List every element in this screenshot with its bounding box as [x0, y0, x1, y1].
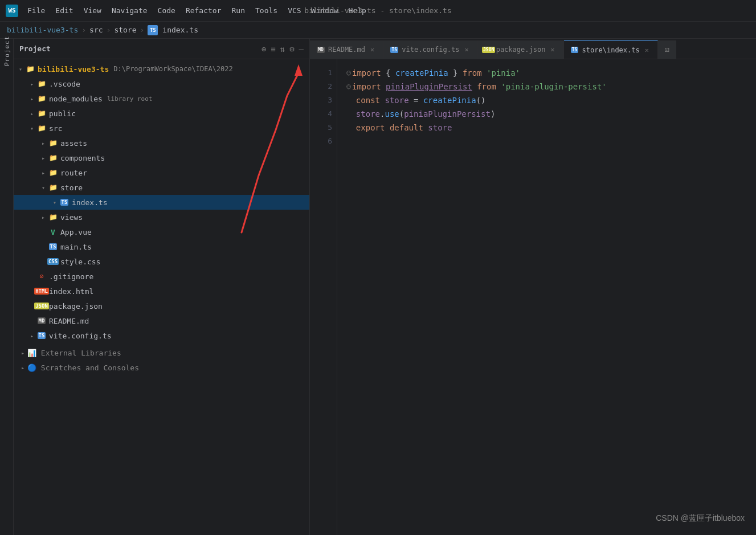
- code-line-1: ○ import { createPinia } from 'pinia': [346, 66, 747, 80]
- folder-icon-assets: 📁: [48, 138, 58, 148]
- menu-run[interactable]: Run: [227, 4, 250, 17]
- chevron-scratches: [18, 363, 27, 372]
- label-vscode: .vscode: [49, 80, 80, 88]
- kw-import-1: import: [352, 66, 381, 80]
- menu-code[interactable]: Code: [153, 4, 180, 17]
- project-panel: Project ⊕ ≡ ⇅ ⚙ — 📁 bilibili-vue3-ts D:\…: [14, 39, 310, 535]
- menu-refactor[interactable]: Refactor: [181, 4, 226, 17]
- label-package-json: package.json: [49, 302, 103, 311]
- tree-index-html[interactable]: HTML index.html: [14, 284, 309, 299]
- label-components: components: [60, 154, 105, 162]
- tree-components[interactable]: 📁 components: [14, 150, 309, 165]
- collapse-2[interactable]: ○: [346, 84, 351, 89]
- tab-readme[interactable]: MD README.md ✕: [310, 40, 383, 59]
- tab-vite-config[interactable]: TS vite.config.ts ✕: [383, 40, 477, 59]
- breadcrumb-store[interactable]: store: [114, 26, 136, 34]
- breadcrumb-file[interactable]: index.ts: [162, 26, 198, 34]
- code-line-2: ○ import piniaPluginPersist from 'pinia-…: [346, 80, 747, 93]
- folder-icon-root: 📁: [25, 64, 35, 74]
- label-assets: assets: [60, 139, 87, 148]
- breadcrumb-file-icon: TS: [148, 25, 158, 35]
- panel-minimize-icon[interactable]: —: [299, 44, 304, 54]
- label-node-modules: node_modules: [49, 95, 103, 103]
- tree-index-ts[interactable]: TS index.ts: [14, 195, 309, 210]
- breadcrumb-sep2: ›: [107, 26, 111, 34]
- panel-title: Project: [19, 44, 257, 53]
- tree-external-libraries[interactable]: 📊 External Libraries: [14, 345, 309, 360]
- tree-scratches[interactable]: 🔵 Scratches and Consoles: [14, 360, 309, 375]
- menu-file[interactable]: File: [23, 4, 50, 17]
- chevron-router: [39, 168, 48, 177]
- git-file-icon: ⊘: [36, 271, 47, 281]
- ts-file-icon: TS: [59, 197, 70, 207]
- menu-navigate[interactable]: Navigate: [107, 4, 152, 17]
- panel-collapse-icon[interactable]: ≡: [271, 44, 275, 54]
- tree-router[interactable]: 📁 router: [14, 165, 309, 180]
- breadcrumb-project[interactable]: bilibili-vue3-ts: [7, 26, 78, 34]
- tree-style-css[interactable]: CSS style.css: [14, 254, 309, 269]
- code-line-6: [346, 134, 747, 148]
- label-app-vue: App.vue: [60, 228, 92, 236]
- tree-gitignore[interactable]: ⊘ .gitignore: [14, 269, 309, 284]
- tab-more-icon: ⊡: [664, 45, 669, 54]
- tree-node-modules[interactable]: 📁 node_modules library root: [14, 91, 309, 106]
- tree-readme-md[interactable]: MD README.md: [14, 313, 309, 328]
- collapse-1[interactable]: ○: [346, 71, 351, 75]
- tab-store-index[interactable]: TS store\index.ts ✕: [564, 40, 658, 59]
- tree-package-json[interactable]: JSON package.json: [14, 299, 309, 313]
- code-content[interactable]: ○ import { createPinia } from 'pinia' ○ …: [337, 59, 756, 535]
- panel-locate-icon[interactable]: ⊕: [261, 44, 266, 54]
- tree-public[interactable]: 📁 public: [14, 106, 309, 121]
- vite-ts-icon: TS: [36, 330, 47, 341]
- label-index-html: index.html: [49, 287, 93, 296]
- menu-vcs[interactable]: VCS: [283, 4, 305, 17]
- label-views: views: [60, 213, 83, 222]
- tree-vscode[interactable]: 📁 .vscode: [14, 76, 309, 91]
- tab-vite-close[interactable]: ✕: [463, 45, 470, 54]
- label-external: 📊 External Libraries: [27, 349, 121, 357]
- tab-vite-icon: TS: [390, 46, 398, 54]
- label-readme: README.md: [49, 317, 89, 325]
- tabs-bar: MD README.md ✕ TS vite.config.ts ✕ JSON …: [310, 39, 756, 59]
- menu-tools[interactable]: Tools: [251, 4, 282, 17]
- tree-views[interactable]: 📁 views: [14, 210, 309, 224]
- panel-header: Project ⊕ ≡ ⇅ ⚙ —: [14, 39, 309, 59]
- tree-src[interactable]: 📁 src: [14, 121, 309, 136]
- tree-main-ts[interactable]: TS main.ts: [14, 239, 309, 254]
- panel-expand-icon[interactable]: ⇅: [280, 44, 285, 54]
- watermark: CSDN @蓝匣子itbluebox: [656, 513, 745, 524]
- side-icons-bar: Project: [0, 39, 14, 535]
- project-icon[interactable]: Project: [2, 46, 12, 56]
- label-store: store: [60, 183, 83, 192]
- tree-store[interactable]: 📁 store: [14, 180, 309, 195]
- menu-view[interactable]: View: [79, 4, 106, 17]
- root-label: bilibili-vue3-ts: [38, 65, 109, 73]
- tab-readme-icon: MD: [317, 46, 325, 54]
- tree-assets[interactable]: 📁 assets: [14, 136, 309, 150]
- tree-vite-config[interactable]: TS vite.config.ts: [14, 328, 309, 343]
- tab-more[interactable]: ⊡: [658, 40, 676, 59]
- label-style-css: style.css: [60, 258, 100, 266]
- label-router: router: [60, 169, 87, 177]
- editor-area: MD README.md ✕ TS vite.config.ts ✕ JSON …: [310, 39, 756, 535]
- tab-package-json[interactable]: JSON package.json ✕: [478, 40, 564, 59]
- tab-store-close[interactable]: ✕: [643, 46, 651, 55]
- chevron-assets: [39, 138, 48, 148]
- menu-edit[interactable]: Edit: [51, 4, 77, 17]
- code-editor[interactable]: 1 2 3 4 5 6 ○ import { createPinia } fro…: [310, 59, 756, 535]
- folder-icon-store: 📁: [48, 182, 58, 193]
- chevron-public: [27, 109, 36, 118]
- tree-root[interactable]: 📁 bilibili-vue3-ts D:\ProgramWorkSpace\I…: [14, 62, 309, 76]
- panel-settings-icon[interactable]: ⚙: [289, 44, 294, 54]
- folder-icon-components: 📁: [48, 153, 58, 163]
- breadcrumb-src[interactable]: src: [89, 26, 103, 34]
- code-line-3: const store = createPinia (): [346, 93, 747, 107]
- tab-pkg-close[interactable]: ✕: [549, 45, 556, 54]
- folder-icon-node-modules: 📁: [36, 93, 47, 104]
- tab-readme-close[interactable]: ✕: [369, 45, 376, 54]
- tab-pkg-icon: JSON: [485, 46, 493, 54]
- chevron-vscode: [27, 79, 36, 88]
- folder-icon-views: 📁: [48, 212, 58, 222]
- tree-app-vue[interactable]: V App.vue: [14, 224, 309, 239]
- app-title: bilibili-vue3-ts - store\index.ts: [304, 6, 451, 15]
